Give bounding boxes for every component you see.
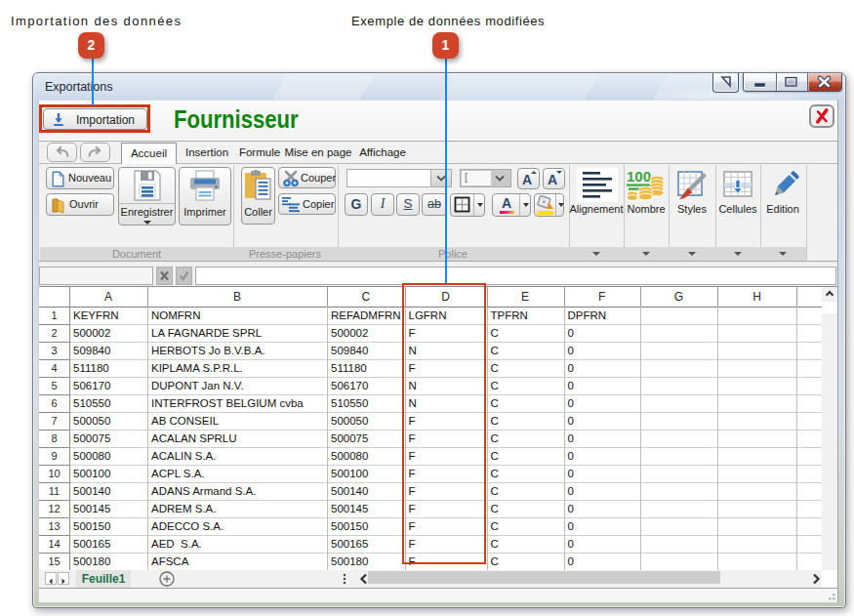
svg-text:100: 100 [627, 168, 651, 185]
svg-text:A: A [548, 172, 557, 187]
svg-text:A: A [522, 172, 532, 187]
